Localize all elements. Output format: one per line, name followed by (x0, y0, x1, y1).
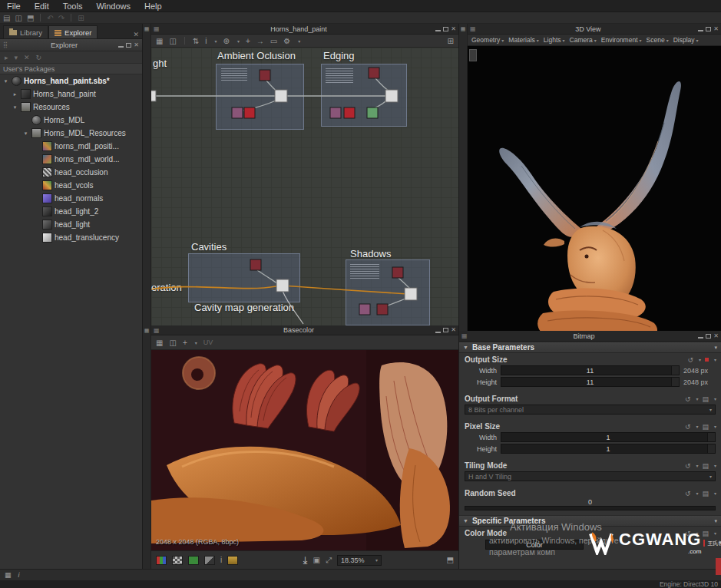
chevron-down-icon[interactable]: ▾ (696, 424, 698, 429)
minimize-icon[interactable] (698, 333, 703, 339)
dock-strip[interactable]: ▦ (459, 24, 468, 331)
info-icon[interactable]: i (205, 37, 207, 45)
slider-handle[interactable] (707, 444, 715, 453)
node-output[interactable] (275, 90, 287, 102)
display-mode-icon[interactable]: ◫ (169, 37, 176, 45)
base-parameters-header[interactable]: ▼ Base Parameters ▾ (459, 342, 721, 353)
node[interactable] (359, 304, 370, 315)
grid-snap-icon[interactable]: ▦ (156, 37, 163, 45)
export-icon[interactable]: ⤓ (303, 554, 308, 567)
chevron-down-icon[interactable]: ▾ (298, 38, 300, 44)
graph-tabbar[interactable]: ▦ Horns_hand_paint ✕ (151, 24, 458, 35)
node[interactable] (392, 267, 403, 278)
green-channel-icon[interactable] (188, 556, 199, 565)
tab-explorer[interactable]: Explorer (48, 25, 98, 38)
undo-icon[interactable]: ↶ (47, 14, 53, 22)
chevron-down-icon[interactable]: ▾ (714, 491, 716, 496)
parameters-tabbar[interactable]: ▦ Bitmap ✕ (459, 331, 721, 342)
chevron-down-icon[interactable]: ▾ (714, 357, 716, 362)
minimize-icon[interactable] (698, 26, 703, 31)
expand-arrow-icon[interactable]: ▾ (2, 78, 9, 84)
reset-icon[interactable]: ↺ (685, 462, 691, 470)
tree-item[interactable]: horns_mdl_positi... (0, 140, 142, 153)
transform-icon[interactable]: + (183, 339, 187, 347)
chevron-down-icon[interactable]: ▾ (696, 396, 698, 401)
menu-camera[interactable]: Camera▾ (567, 36, 599, 44)
minimize-icon[interactable] (118, 42, 124, 48)
graph-canvas[interactable]: ght Ambient Oclusion Edging Cavities Sha… (151, 48, 458, 325)
tree-item[interactable]: head_occlusion (0, 166, 142, 179)
link-icon[interactable]: ⊞ (78, 14, 84, 22)
fullscreen-icon[interactable]: ⤢ (326, 556, 332, 565)
chevron-down-icon[interactable]: ▾ (714, 463, 716, 468)
reset-icon[interactable]: ↺ (685, 395, 691, 403)
dock-handle-icon[interactable]: ▦ (144, 26, 150, 31)
output-width-slider[interactable]: 11 (501, 365, 680, 375)
menu-file[interactable]: File (0, 2, 28, 11)
tree-item[interactable]: head_normals (0, 192, 142, 205)
close-icon[interactable]: ✕ (451, 26, 456, 32)
float-icon[interactable] (443, 27, 448, 31)
arrow-icon[interactable]: → (256, 37, 264, 45)
tree-item[interactable]: Horns_MDL (0, 114, 142, 127)
function-icon[interactable]: ▤ (702, 490, 709, 497)
rgb-channels-icon[interactable] (156, 556, 167, 565)
menu-windows[interactable]: Windows (89, 2, 137, 11)
float-icon[interactable] (706, 27, 711, 31)
close-icon[interactable]: ✕ (713, 333, 719, 339)
swap-icon[interactable]: ⇅ (193, 37, 199, 45)
close-tab-icon[interactable]: ✕ (133, 31, 139, 38)
menu-geometry[interactable]: Geometry▾ (469, 36, 506, 44)
minimize-icon[interactable] (435, 26, 441, 31)
tree-item[interactable]: head_light (0, 218, 142, 231)
dock-strip[interactable]: ▦ (143, 24, 151, 325)
redo-icon[interactable]: ↷ (58, 14, 64, 22)
save-icon[interactable]: ⬒ (27, 14, 34, 22)
dock-handle-icon[interactable]: ▦ (144, 328, 150, 333)
menu-display[interactable]: Display▾ (671, 36, 701, 44)
info-icon[interactable]: i (18, 571, 20, 579)
tree-item[interactable]: head_vcols (0, 179, 142, 192)
tree-item[interactable]: head_light_2 (0, 205, 142, 218)
reset-icon[interactable]: ↺ (685, 423, 691, 431)
new-package-icon[interactable]: ▤ (3, 14, 10, 22)
collapse-all-icon[interactable]: ▾ (15, 54, 18, 61)
menu-lights[interactable]: Lights▾ (541, 36, 567, 44)
tiling-icon[interactable]: ◫ (169, 339, 176, 347)
function-icon[interactable]: ▤ (702, 395, 709, 403)
tree-item[interactable]: head_translucency (0, 231, 142, 244)
explorer-titlebar[interactable]: ⣿ Explorer ✕ (0, 39, 142, 51)
collapse-arrow-icon[interactable]: ▼ (463, 518, 468, 524)
clear-icon[interactable]: ✕ (24, 54, 30, 61)
node-output[interactable] (385, 90, 398, 102)
chevron-down-icon[interactable]: ▾ (714, 396, 716, 401)
reset-icon[interactable]: ↺ (685, 490, 691, 497)
node-output[interactable] (151, 91, 156, 101)
expand-arrow-icon[interactable]: ▾ (22, 130, 29, 137)
view3d-tabbar[interactable]: ▦ 3D View ✕ (468, 24, 721, 35)
collapse-arrow-icon[interactable]: ▼ (463, 345, 468, 350)
console-icon[interactable]: ▦ (5, 571, 12, 579)
node[interactable] (232, 107, 243, 118)
menu-scene[interactable]: Scene▾ (644, 36, 671, 44)
expand-arrow-icon[interactable]: ▸ (12, 91, 18, 97)
function-icon[interactable]: ▤ (702, 462, 709, 470)
reset-icon[interactable]: ↺ (687, 356, 693, 364)
slider-handle[interactable] (671, 378, 679, 386)
view2d-tabbar[interactable]: ▦ Basecolor ✕ (151, 325, 458, 335)
slider-handle[interactable] (707, 433, 715, 441)
function-icon[interactable]: ▤ (702, 423, 709, 431)
menu-help[interactable]: Help (137, 2, 169, 11)
uv-toggle[interactable]: UV (203, 339, 213, 346)
channel-mix-icon[interactable] (204, 556, 215, 565)
node[interactable] (250, 259, 261, 270)
expand-all-icon[interactable]: ▸ (5, 54, 8, 61)
node[interactable] (344, 107, 355, 118)
node[interactable] (367, 107, 378, 118)
pixel-width-slider[interactable]: 1 (501, 432, 716, 442)
frame-icon[interactable]: ▭ (270, 37, 277, 45)
menu-tools[interactable]: Tools (56, 2, 90, 11)
refresh-icon[interactable]: ↻ (36, 54, 42, 61)
node-output[interactable] (405, 288, 417, 300)
menu-environment[interactable]: Environment▾ (599, 36, 644, 44)
